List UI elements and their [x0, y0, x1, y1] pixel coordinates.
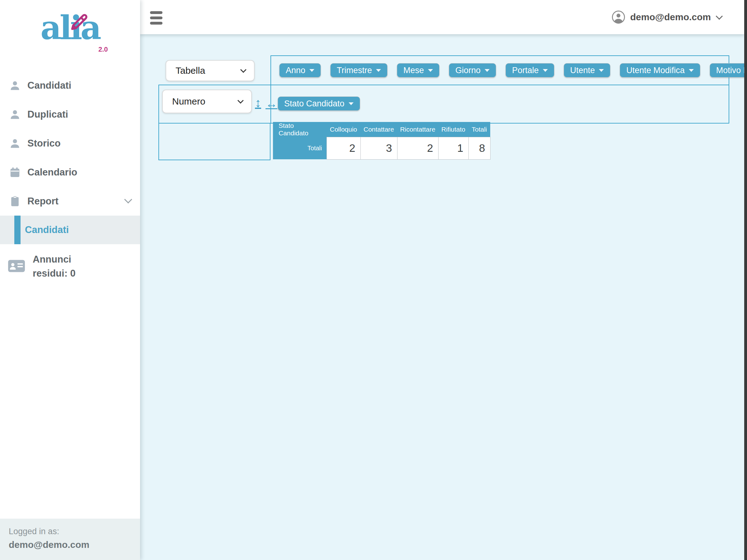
sidebar-item-label: Report — [27, 196, 58, 207]
main-content: Tabella Anno Trimestre Mese Giorno Porta… — [140, 34, 744, 560]
sidebar-item-annunci-residui[interactable]: Annunci residui: 0 — [0, 252, 140, 281]
column-header: Colloquio — [327, 122, 360, 137]
logo-version-text: 2.0 — [98, 46, 108, 54]
dropdown-caret-icon — [376, 69, 381, 72]
submenu-item-label: Candidati — [25, 224, 69, 236]
person-icon — [9, 108, 21, 121]
calendar-icon — [9, 166, 21, 179]
sidebar-item-label: Storico — [27, 138, 61, 149]
sidebar-item-label: Calendario — [27, 167, 77, 178]
field-label: Portale — [512, 65, 539, 75]
hamburger-bar — [150, 17, 162, 19]
scrollbar[interactable] — [744, 0, 747, 560]
field-button-anno[interactable]: Anno — [279, 63, 321, 77]
table-header-row: Stato Candidato Colloquio Contattare Ric… — [273, 122, 490, 137]
field-label: Anno — [286, 65, 305, 75]
app-window: alia 2.0 Candidati Duplicati — [0, 0, 747, 560]
chevron-down-icon — [237, 97, 244, 104]
person-icon — [9, 137, 21, 150]
app-logo: alia 2.0 — [0, 0, 140, 69]
table-row: Totali 2 3 2 1 8 — [273, 137, 490, 159]
field-label: Giorno — [455, 65, 481, 75]
row-label-cell: Totali — [273, 137, 327, 159]
sidebar-item-duplicati[interactable]: Duplicati — [0, 100, 140, 129]
hamburger-bar — [150, 11, 162, 14]
sidebar-item-label: Duplicati — [27, 109, 68, 120]
dropdown-caret-icon — [428, 69, 433, 72]
logged-in-email: demo@demo.com — [9, 539, 131, 550]
field-button-utente[interactable]: Utente — [564, 63, 611, 77]
dropdown-caret-icon — [349, 102, 354, 105]
value-cell: 2 — [397, 137, 438, 159]
chevron-down-icon — [240, 66, 247, 73]
column-header: Contattare — [360, 122, 397, 137]
pencil-logo-icon — [69, 10, 88, 32]
pivot-results-table: Stato Candidato Colloquio Contattare Ric… — [273, 122, 491, 160]
horizontal-resize-icon[interactable]: ↔ — [265, 98, 277, 109]
column-header: Ricontattare — [397, 122, 438, 137]
sidebar-footer: Logged in as: demo@demo.com — [0, 518, 140, 560]
value-cell: 3 — [360, 137, 397, 159]
pivot-controls-row: Numero ↕ ↔ Stato Candidato — [158, 85, 729, 124]
column-header: Totali — [468, 122, 490, 137]
value-cell: 8 — [468, 137, 490, 159]
unused-fields-area: Anno Trimestre Mese Giorno Portale Utent… — [271, 55, 729, 85]
annunci-residui-label: Annunci residui: 0 — [33, 252, 76, 281]
hamburger-menu-icon[interactable] — [150, 11, 162, 24]
logged-in-as-label: Logged in as: — [9, 527, 131, 536]
annunci-line1: Annunci — [33, 252, 76, 267]
column-header: Rifiutato — [438, 122, 468, 137]
user-menu[interactable]: demo@demo.com — [612, 0, 721, 34]
column-header: Stato Candidato — [273, 122, 327, 137]
clipboard-icon — [9, 195, 21, 208]
dropdown-caret-icon — [543, 69, 548, 72]
dropdown-caret-icon — [599, 69, 604, 72]
sidebar-item-storico[interactable]: Storico — [0, 129, 140, 158]
sidebar-subitem-report-candidati[interactable]: Candidati — [0, 216, 140, 244]
row-fields-area — [158, 123, 271, 160]
field-button-trimestre[interactable]: Trimestre — [330, 63, 387, 77]
field-label: Stato Candidato — [284, 99, 344, 109]
user-email-label: demo@demo.com — [630, 12, 711, 22]
active-indicator-bar — [14, 216, 21, 244]
sidebar-item-label: Candidati — [27, 80, 71, 91]
id-card-icon — [8, 258, 25, 275]
sidebar: alia 2.0 Candidati Duplicati — [0, 0, 140, 560]
chevron-down-icon — [716, 13, 723, 20]
renderer-select-value: Tabella — [176, 65, 205, 76]
field-button-giorno[interactable]: Giorno — [449, 63, 496, 77]
field-label: Trimestre — [337, 65, 372, 75]
field-button-utente-modifica[interactable]: Utente Modifica — [620, 63, 700, 77]
aggregator-select[interactable]: Numero — [162, 89, 252, 113]
value-cell: 1 — [438, 137, 468, 159]
vertical-resize-icon[interactable]: ↕ — [255, 97, 261, 109]
field-button-portale[interactable]: Portale — [506, 63, 554, 77]
aggregator-select-value: Numero — [172, 96, 205, 107]
avatar-icon — [612, 10, 625, 24]
value-cell: 2 — [327, 137, 360, 159]
dropdown-caret-icon — [689, 69, 694, 72]
renderer-select[interactable]: Tabella — [165, 60, 255, 81]
dropdown-caret-icon — [309, 69, 314, 72]
sidebar-nav: Candidati Duplicati Storico Calendario — [0, 71, 140, 216]
person-icon — [9, 79, 21, 92]
field-label: Utente — [570, 65, 595, 75]
annunci-line2: residui: 0 — [33, 267, 76, 281]
topbar: demo@demo.com — [140, 0, 744, 34]
field-button-mese[interactable]: Mese — [397, 63, 439, 77]
column-field-button-stato-candidato[interactable]: Stato Candidato — [278, 97, 360, 111]
field-label: Motivo Rifiuto — [716, 65, 747, 75]
sidebar-item-candidati[interactable]: Candidati — [0, 71, 140, 100]
sidebar-item-report[interactable]: Report — [0, 187, 140, 216]
field-button-motivo-rifiuto[interactable]: Motivo Rifiuto — [710, 63, 747, 77]
field-label: Utente Modifica — [626, 65, 685, 75]
sidebar-item-calendario[interactable]: Calendario — [0, 158, 140, 187]
hamburger-bar — [150, 22, 162, 25]
chevron-down-icon — [124, 195, 132, 203]
field-label: Mese — [403, 65, 424, 75]
dropdown-caret-icon — [485, 69, 490, 72]
